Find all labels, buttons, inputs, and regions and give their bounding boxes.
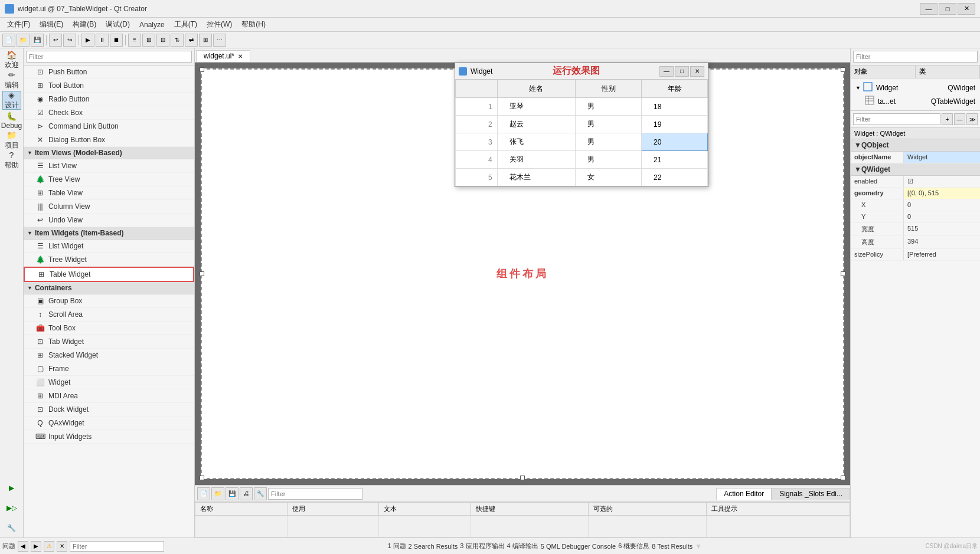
right-panel-filter-input[interactable] [853, 51, 978, 63]
problem-error-btn[interactable]: ✕ [57, 541, 67, 552]
sidebar-btn-help[interactable]: ? 帮助 [2, 151, 21, 170]
object-tree-widget[interactable]: ▼ Widget QWidget [853, 81, 978, 94]
object-tree-tablewidget[interactable]: ta...et QTableWidget [853, 94, 978, 108]
menu-tools[interactable]: 工具(T) [169, 18, 202, 31]
prop-value-x[interactable]: 0 [904, 199, 980, 211]
sidebar-btn-stop[interactable]: 🔧 [2, 519, 21, 537]
handle-top-left[interactable] [200, 67, 204, 72]
widget-undo-view[interactable]: ↩ Undo View [24, 214, 194, 227]
toolbar-btn-13[interactable]: ⇄ [185, 34, 198, 47]
prop-value-y[interactable]: 0 [904, 211, 980, 222]
table-row[interactable]: 1 亚琴 男 18 [456, 98, 708, 116]
close-button[interactable]: ✕ [958, 3, 975, 15]
toolbar-btn-4[interactable]: ↩ [49, 34, 62, 47]
toolbar-btn-14[interactable]: ⊞ [199, 34, 212, 47]
toolbar-btn-11[interactable]: ⊟ [156, 34, 169, 47]
table-row[interactable]: 2 赵云 男 19 [456, 116, 708, 133]
widget-column-view[interactable]: ||| Column View [24, 200, 194, 214]
handle-bottom-right[interactable] [841, 476, 845, 480]
prop-value-height[interactable]: 394 [904, 236, 980, 248]
table-row[interactable]: 5 花木兰 女 22 [456, 169, 708, 186]
action-filter-input[interactable] [268, 488, 362, 500]
runtime-maximize-btn[interactable]: □ [675, 66, 689, 77]
prop-filter-remove-btn[interactable]: — [954, 113, 965, 125]
widget-frame[interactable]: ▢ Frame [24, 362, 194, 376]
action-settings-btn[interactable]: 🔧 [254, 487, 267, 500]
prop-section-qwidget[interactable]: ▼ QWidget [851, 163, 980, 176]
widget-mdi-area[interactable]: ⊞ MDI Area [24, 389, 194, 403]
toolbar-btn-5[interactable]: ↪ [63, 34, 76, 47]
menu-file[interactable]: 文件(F) [2, 18, 35, 31]
toolbar-btn-10[interactable]: ⊞ [142, 34, 155, 47]
action-print-btn[interactable]: 🖨 [240, 487, 253, 500]
runtime-minimize-btn[interactable]: — [659, 66, 674, 77]
widget-qax-widget[interactable]: Q QAxWidget [24, 417, 194, 430]
minimize-button[interactable]: — [920, 3, 937, 15]
widget-list-view[interactable]: ☰ List View [24, 159, 194, 173]
menu-debug[interactable]: 调试(D) [101, 18, 135, 31]
table-row[interactable]: 4 关羽 男 21 [456, 151, 708, 169]
problem-nav-next[interactable]: ▶ [31, 541, 41, 552]
toolbar-btn-1[interactable]: 📄 [2, 34, 15, 47]
widget-command-link[interactable]: ⊳ Command Link Button [24, 120, 194, 133]
toolbar-btn-7[interactable]: ⏸ [96, 34, 109, 47]
menu-analyze[interactable]: Analyze [135, 19, 169, 30]
prop-filter-add-btn[interactable]: + [942, 113, 953, 125]
action-new-btn[interactable]: 📄 [197, 487, 210, 500]
sidebar-btn-run2[interactable]: ▶▷ [2, 499, 21, 517]
menu-controls[interactable]: 控件(W) [202, 18, 237, 31]
sidebar-btn-project[interactable]: 📁 项目 [2, 131, 21, 150]
design-tab-widget-ui[interactable]: widget.ui* ✕ [196, 50, 250, 62]
widget-input-widgets[interactable]: ⌨ Input Widgets [24, 430, 194, 444]
menu-edit[interactable]: 编辑(E) [35, 18, 68, 31]
prop-filter-input[interactable] [853, 113, 940, 125]
prop-filter-more-btn[interactable]: ≫ [966, 113, 978, 125]
widget-tree-view[interactable]: 🌲 Tree View [24, 173, 194, 186]
widget-tab-widget[interactable]: ⊡ Tab Widget [24, 335, 194, 349]
toolbar-btn-3[interactable]: 💾 [31, 34, 44, 47]
prop-value-geometry[interactable]: [(0, 0), 515 [904, 188, 980, 199]
widget-push-button[interactable]: ⊡ Push Button [24, 65, 194, 79]
action-open-btn[interactable]: 📁 [211, 487, 224, 500]
handle-bottom-center[interactable] [520, 476, 525, 480]
category-item-views[interactable]: ▼ Item Views (Model-Based) [24, 147, 194, 159]
widget-check-box[interactable]: ☑ Check Box [24, 106, 194, 120]
problem-nav-prev[interactable]: ◀ [18, 541, 28, 552]
widget-dialog-button[interactable]: ✕ Dialog Button Box [24, 133, 194, 147]
action-tab-editor[interactable]: Action Editor [716, 488, 772, 500]
toolbar-btn-15[interactable]: ⋯ [213, 34, 226, 47]
maximize-button[interactable]: □ [939, 3, 956, 15]
widget-group-box[interactable]: ▣ Group Box [24, 294, 194, 308]
category-containers[interactable]: ▼ Containers [24, 282, 194, 294]
handle-mid-left[interactable] [200, 271, 204, 276]
action-tab-signals[interactable]: Signals _Slots Edi... [772, 488, 850, 500]
widget-scroll-area[interactable]: ↕ Scroll Area [24, 308, 194, 322]
widget-table-view[interactable]: ⊞ Table View [24, 186, 194, 200]
sidebar-btn-design[interactable]: ◈ 设计 [2, 91, 21, 110]
widget-table-widget[interactable]: ⊞ Table Widget [24, 267, 194, 282]
widget-radio-button[interactable]: ◉ Radio Button [24, 93, 194, 106]
sidebar-btn-welcome[interactable]: 🏠 欢迎 [2, 51, 21, 70]
table-row[interactable]: 3 张飞 男 20 [456, 133, 708, 151]
sidebar-btn-edit[interactable]: ✏ 编辑 [2, 71, 21, 90]
widget-dock-widget[interactable]: ⊡ Dock Widget [24, 403, 194, 417]
menu-build[interactable]: 构建(B) [68, 18, 101, 31]
handle-mid-right[interactable] [841, 271, 845, 276]
problem-filter-input[interactable] [70, 541, 164, 552]
action-save-btn[interactable]: 💾 [226, 487, 239, 500]
widget-filter-input[interactable] [26, 51, 192, 63]
widget-widget[interactable]: ⬜ Widget [24, 376, 194, 389]
handle-bottom-left[interactable] [200, 476, 204, 480]
menu-help[interactable]: 帮助(H) [237, 18, 270, 31]
prop-value-sizepolicy[interactable]: [Preferred [904, 249, 980, 260]
widget-list-widget[interactable]: ☰ List Widget [24, 240, 194, 253]
prop-value-enabled[interactable]: ☑ [904, 176, 980, 187]
prop-value-objectname[interactable]: Widget [904, 152, 980, 163]
sidebar-btn-debug[interactable]: 🐛 Debug [2, 111, 21, 130]
sidebar-btn-run[interactable]: ▶ [2, 478, 21, 497]
toolbar-btn-2[interactable]: 📁 [17, 34, 30, 47]
toolbar-btn-12[interactable]: ⇅ [171, 34, 184, 47]
problem-warning-btn[interactable]: ⚠ [44, 541, 54, 552]
runtime-close-btn[interactable]: ✕ [690, 66, 704, 77]
handle-top-right[interactable] [841, 67, 845, 72]
